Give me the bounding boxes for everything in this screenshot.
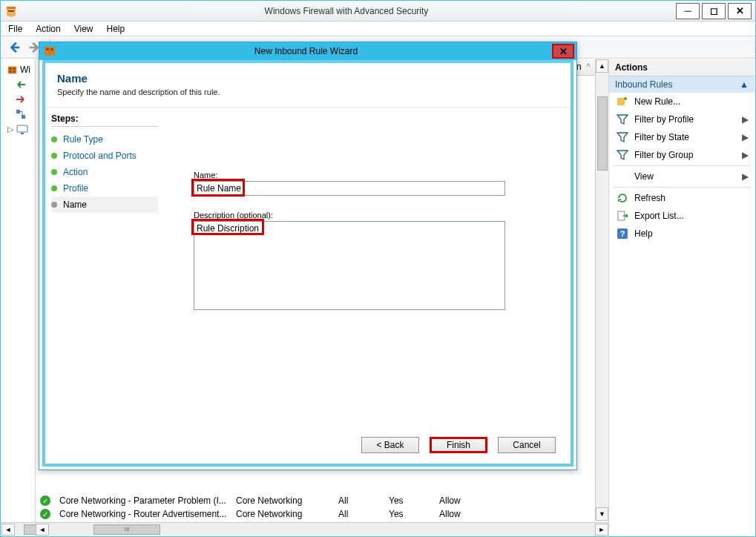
wizard-buttons: < Back Finish Cancel	[361, 437, 556, 453]
action-filter-group[interactable]: Filter by Group ▶	[609, 146, 755, 164]
chevron-right-icon: ▶	[742, 150, 749, 160]
filter-icon	[617, 131, 628, 143]
step-bullet-icon	[51, 153, 57, 159]
tree-root[interactable]: Wi	[4, 62, 32, 77]
rule-enabled-cell: Yes	[389, 495, 433, 506]
chevron-right-icon: ▶	[742, 171, 749, 182]
step-profile[interactable]: Profile	[51, 180, 158, 197]
actions-group-title[interactable]: Inbound Rules ▲	[609, 76, 755, 93]
svg-rect-2	[13, 67, 15, 69]
outbound-icon	[15, 93, 27, 105]
monitor-icon	[16, 123, 28, 135]
menu-help[interactable]: Help	[107, 24, 125, 34]
svg-rect-3	[9, 70, 11, 72]
menu-action[interactable]: Action	[36, 24, 60, 34]
actions-header: Actions	[609, 59, 755, 76]
wizard-subheading: Specify the name and description of this…	[57, 88, 559, 96]
tree-connection[interactable]	[4, 107, 32, 122]
action-new-rule[interactable]: New Rule...	[609, 93, 755, 111]
rule-name-cell: Core Networking - Parameter Problem (I..…	[59, 495, 230, 506]
rule-enabled-cell: Yes	[389, 509, 433, 519]
finish-button[interactable]: Finish	[430, 437, 487, 453]
rules-hscroll[interactable]: ◄ III ►	[36, 522, 608, 536]
filter-icon	[617, 113, 628, 125]
svg-rect-7	[17, 125, 27, 132]
action-help[interactable]: ? Help	[609, 225, 755, 243]
new-inbound-rule-wizard: New Inbound Rule Wizard ✕ Name Specify t…	[39, 42, 577, 470]
step-action[interactable]: Action	[51, 164, 158, 180]
menu-view[interactable]: View	[74, 24, 93, 34]
rule-name-input[interactable]	[194, 181, 505, 196]
scroll-right-icon[interactable]: ►	[595, 524, 608, 536]
svg-rect-16	[50, 48, 53, 50]
expand-icon[interactable]: ▷	[7, 125, 13, 134]
collapse-icon[interactable]: ▲	[740, 79, 749, 90]
action-label: View	[634, 171, 654, 182]
chevron-right-icon: ▶	[742, 132, 749, 142]
titlebar[interactable]: Windows Firewall with Advanced Security …	[1, 1, 755, 22]
action-refresh[interactable]: Refresh	[609, 189, 755, 207]
step-rule-type[interactable]: Rule Type	[51, 131, 158, 148]
blank-icon	[617, 171, 628, 182]
actions-pane: Actions Inbound Rules ▲ New Rule... Filt…	[609, 59, 755, 536]
menu-file[interactable]: File	[8, 24, 22, 34]
minimize-button[interactable]: ─	[676, 3, 700, 19]
svg-rect-15	[46, 48, 49, 50]
filter-icon	[617, 149, 628, 161]
svg-rect-5	[16, 110, 20, 113]
action-label: Refresh	[634, 193, 665, 203]
maximize-button[interactable]: ◻	[702, 3, 726, 19]
nav-back-icon[interactable]	[7, 39, 23, 56]
tree-monitoring[interactable]: ▷	[4, 122, 32, 136]
chevron-right-icon: ▶	[742, 114, 749, 125]
tree-hscroll[interactable]: ◄ III ►	[1, 522, 36, 536]
svg-rect-4	[13, 70, 15, 72]
table-row[interactable]: ✓ Core Networking - Router Advertisement…	[36, 507, 608, 521]
table-row[interactable]: ✓ Core Networking - Parameter Problem (I…	[36, 494, 608, 507]
action-label: New Rule...	[634, 96, 680, 107]
tree-pane: Wi ▷ ◄ III ►	[1, 59, 36, 536]
rule-description-input[interactable]	[194, 221, 505, 310]
enabled-check-icon: ✓	[40, 509, 50, 519]
rules-list: ✓ Core Networking - Parameter Problem (I…	[36, 494, 608, 521]
connection-icon	[15, 108, 27, 120]
action-export[interactable]: Export List...	[609, 207, 755, 225]
rule-group-cell: Core Networking	[236, 509, 332, 519]
tree-inbound[interactable]	[4, 77, 32, 92]
scroll-thumb[interactable]: III	[93, 524, 160, 535]
svg-rect-9	[617, 98, 625, 105]
wizard-close-button[interactable]: ✕	[552, 44, 574, 59]
scroll-thumb[interactable]: III	[24, 524, 36, 535]
svg-text:?: ?	[620, 229, 625, 238]
action-filter-state[interactable]: Filter by State ▶	[609, 128, 755, 146]
cancel-button[interactable]: Cancel	[498, 437, 556, 453]
step-name[interactable]: Name	[51, 197, 158, 213]
action-view[interactable]: View ▶	[609, 168, 755, 185]
scroll-left-icon[interactable]: ◄	[1, 524, 15, 536]
close-button[interactable]: ✕	[728, 3, 752, 19]
description-label: Description (optional):	[194, 211, 548, 220]
rule-profile-cell: All	[338, 495, 383, 506]
export-icon	[617, 210, 628, 222]
tree-root-label: Wi	[20, 65, 30, 75]
scroll-up-icon[interactable]: ▲	[596, 59, 608, 73]
scroll-track[interactable]: III	[15, 524, 36, 536]
back-button[interactable]: < Back	[361, 437, 419, 453]
scroll-left-icon[interactable]: ◄	[36, 524, 49, 536]
steps-title: Steps:	[51, 113, 158, 127]
wizard-body: Name Specify the name and description of…	[42, 60, 573, 467]
tree-outbound[interactable]	[4, 92, 32, 107]
step-label: Name	[63, 200, 87, 210]
rules-vscroll[interactable]: ▲ ▼	[595, 59, 608, 521]
action-label: Filter by Profile	[634, 114, 694, 125]
main-window: Windows Firewall with Advanced Security …	[0, 0, 756, 537]
wizard-steps: Steps: Rule Type Protocol and Ports Acti…	[45, 108, 164, 464]
wizard-titlebar[interactable]: New Inbound Rule Wizard ✕	[39, 42, 576, 60]
action-filter-profile[interactable]: Filter by Profile ▶	[609, 111, 755, 128]
vscroll-thumb[interactable]	[597, 96, 608, 171]
step-protocol-ports[interactable]: Protocol and Ports	[51, 148, 158, 164]
wizard-form: Name: Description (optional):	[164, 108, 571, 464]
step-label: Profile	[63, 183, 88, 194]
scroll-track[interactable]: III	[49, 524, 595, 536]
name-label: Name:	[194, 171, 548, 179]
